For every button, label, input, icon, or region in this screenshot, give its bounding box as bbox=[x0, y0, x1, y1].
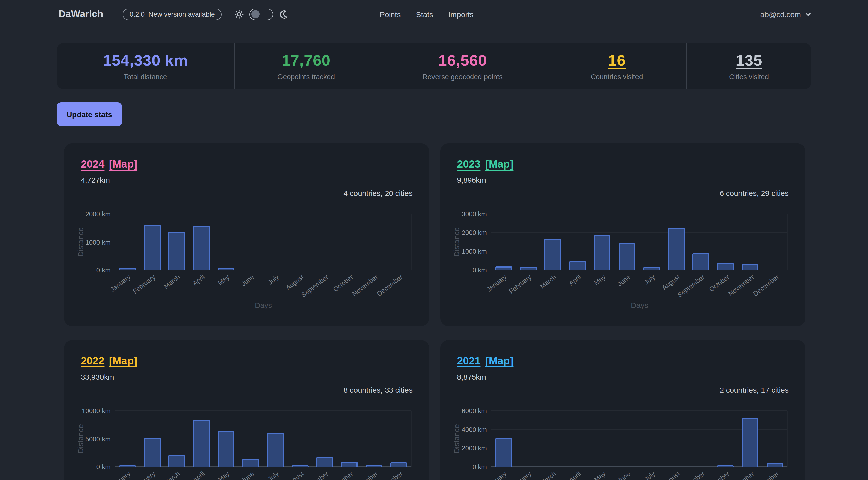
x-tick-label: July bbox=[643, 470, 656, 480]
map-link[interactable]: [Map] bbox=[485, 354, 513, 367]
monthly-distance-chart: Distance 6000 km4000 km2000 km0 km Janua… bbox=[457, 406, 789, 480]
chart-bar bbox=[168, 232, 185, 270]
app-logo[interactable]: DaWarIch bbox=[59, 8, 103, 20]
chart-bar bbox=[495, 266, 512, 270]
stat-value: 17,760 bbox=[282, 52, 331, 70]
chart-bar bbox=[717, 263, 734, 270]
chart-bar bbox=[495, 438, 512, 467]
stat-reverse-geocoded: 16,560 Reverse geocoded points bbox=[377, 43, 547, 89]
x-axis-title: Days bbox=[115, 301, 411, 310]
countries-visited-link[interactable]: 16 bbox=[608, 52, 626, 70]
bar-slot-june bbox=[238, 411, 263, 467]
x-tick-label: January bbox=[485, 470, 508, 480]
y-axis-title: Distance bbox=[75, 214, 85, 270]
year-link[interactable]: 2023 bbox=[457, 158, 480, 170]
bar-slot-april bbox=[189, 214, 214, 270]
cities-visited-link[interactable]: 135 bbox=[736, 52, 762, 70]
chart-plot-area: 6000 km4000 km2000 km0 km bbox=[491, 411, 788, 467]
x-tick-label: May bbox=[217, 470, 231, 480]
bar-slot-december bbox=[763, 411, 787, 467]
year-distance: 8,875km bbox=[457, 373, 789, 383]
x-tick-label: December bbox=[375, 470, 404, 480]
year-card-header: 2022 [Map] bbox=[81, 354, 412, 367]
bars bbox=[115, 214, 411, 270]
bar-slot-april bbox=[565, 214, 590, 270]
bar-slot-may bbox=[590, 214, 615, 270]
x-axis-labels: JanuaryFebruaryMarchAprilMayJuneJulyAugu… bbox=[491, 273, 788, 301]
chart-bar bbox=[291, 466, 308, 467]
version-badge[interactable]: 0.2.0 New version available bbox=[122, 8, 222, 20]
map-link[interactable]: [Map] bbox=[485, 158, 513, 170]
chart-bar bbox=[193, 226, 210, 270]
year-distance: 4,727km bbox=[81, 175, 412, 186]
navbar-left: DaWarIch 0.2.0 New version available bbox=[59, 8, 288, 20]
chart-bar bbox=[144, 225, 160, 270]
x-tick-label: September bbox=[676, 273, 706, 299]
y-axis-title: Distance bbox=[75, 411, 85, 467]
navbar: DaWarIch 0.2.0 New version available bbox=[0, 0, 868, 28]
stats-panel: 154,330 km Total distance 17,760 Geopoin… bbox=[57, 43, 811, 89]
bar-slot-november bbox=[362, 411, 386, 467]
year-link[interactable]: 2022 bbox=[81, 354, 104, 367]
user-email: ab@cd.com bbox=[760, 10, 801, 19]
bars bbox=[115, 411, 411, 467]
chart-bar bbox=[643, 267, 660, 270]
x-tick-label: July bbox=[643, 273, 656, 286]
year-card: 2022 [Map] 33,930km 8 countries, 33 citi… bbox=[64, 340, 429, 480]
bar-slot-september bbox=[312, 214, 337, 270]
bar-slot-december bbox=[386, 214, 411, 270]
bar-slot-february bbox=[140, 411, 165, 467]
map-link[interactable]: [Map] bbox=[109, 158, 137, 170]
chart-plot-area: 10000 km5000 km0 km bbox=[115, 411, 411, 467]
chevron-down-icon bbox=[805, 11, 811, 18]
bar-slot-march bbox=[540, 411, 565, 467]
moon-icon bbox=[279, 9, 288, 19]
user-menu[interactable]: ab@cd.com bbox=[760, 10, 811, 19]
bar-slot-january bbox=[115, 411, 140, 467]
bar-slot-july bbox=[639, 214, 664, 270]
year-link[interactable]: 2024 bbox=[81, 158, 104, 170]
x-axis-labels: JanuaryFebruaryMarchAprilMayJuneJulyAugu… bbox=[491, 470, 788, 480]
year-countries-cities: 4 countries, 20 cities bbox=[81, 189, 412, 199]
stat-countries-visited: 16 Countries visited bbox=[547, 43, 686, 89]
bar-slot-september bbox=[312, 411, 337, 467]
app-root: DaWarIch 0.2.0 New version available bbox=[0, 0, 868, 480]
chart-bar bbox=[545, 239, 561, 270]
bar-slot-august bbox=[288, 411, 313, 467]
x-tick-label: August bbox=[660, 273, 681, 291]
theme-toggle[interactable] bbox=[250, 8, 273, 20]
chart-bar bbox=[520, 267, 536, 270]
bar-slot-march bbox=[540, 214, 565, 270]
bar-slot-august bbox=[288, 214, 313, 270]
bar-slot-february bbox=[516, 214, 541, 270]
y-tick-label: 2000 km bbox=[462, 444, 487, 452]
bar-slot-february bbox=[516, 411, 541, 467]
y-tick-label: 2000 km bbox=[85, 210, 111, 218]
x-tick-label: December bbox=[752, 273, 780, 297]
bar-slot-april bbox=[189, 411, 214, 467]
chart-bar bbox=[619, 244, 635, 270]
year-cards-grid: 2024 [Map] 4,727km 4 countries, 20 citie… bbox=[64, 143, 805, 480]
chart-bar bbox=[366, 466, 382, 467]
bar-slot-july bbox=[263, 411, 288, 467]
nav-link-points[interactable]: Points bbox=[380, 10, 401, 19]
chart-bar bbox=[569, 261, 586, 270]
nav-link-imports[interactable]: Imports bbox=[448, 10, 474, 19]
nav-link-stats[interactable]: Stats bbox=[416, 10, 433, 19]
update-stats-button[interactable]: Update stats bbox=[57, 102, 122, 126]
year-card: 2021 [Map] 8,875km 2 countries, 17 citie… bbox=[440, 340, 805, 480]
y-tick-label: 3000 km bbox=[462, 210, 487, 218]
year-link[interactable]: 2021 bbox=[457, 354, 480, 367]
chart-plot-area: 2000 km1000 km0 km bbox=[115, 214, 411, 270]
stat-label: Geopoints tracked bbox=[277, 73, 335, 81]
stat-total-distance: 154,330 km Total distance bbox=[57, 43, 234, 89]
chart-bar bbox=[594, 235, 611, 270]
chart-bar bbox=[144, 438, 160, 467]
stat-label: Reverse geocoded points bbox=[423, 73, 503, 81]
chart-bar bbox=[218, 430, 234, 467]
bar-slot-august bbox=[664, 411, 689, 467]
year-card-header: 2023 [Map] bbox=[457, 158, 789, 170]
y-tick-label: 10000 km bbox=[82, 407, 111, 415]
x-tick-label: July bbox=[266, 273, 280, 286]
map-link[interactable]: [Map] bbox=[109, 354, 137, 367]
